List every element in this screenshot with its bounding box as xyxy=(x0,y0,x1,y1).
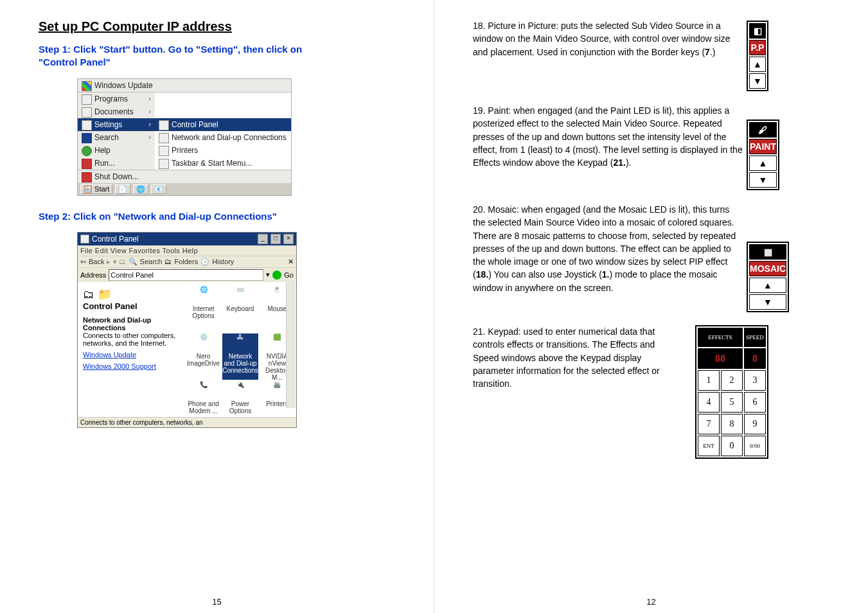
taskbar: 🪟 Start 📄 🌐 📧 xyxy=(78,183,291,195)
startmenu-documents: Documents xyxy=(78,105,155,118)
startmenu-shutdown-label: Shut Down... xyxy=(94,172,139,181)
pip-up-icon: ▲ xyxy=(749,57,766,72)
right-page-number: 12 xyxy=(434,597,868,607)
keypad-display-effects: 88 xyxy=(698,348,743,369)
key-ent: ENT xyxy=(698,436,720,456)
mosaic-up-icon: ▲ xyxy=(749,278,786,293)
startmenu-sub-taskbar: Taskbar & Start Menu... xyxy=(155,157,291,170)
item-20-ref2: 1. xyxy=(602,269,610,280)
paint-widget: 🖌 PAINT ▲ ▼ xyxy=(747,120,779,190)
step2-heading: Step 2: Click on "Network and Dial-up Co… xyxy=(39,210,321,223)
startmenu-shutdown: Shut Down... xyxy=(78,170,291,183)
cp-icon-power-label: Power Options xyxy=(229,400,251,414)
startmenu-sub-printers-label: Printers xyxy=(172,146,198,155)
startmenu-search: Search xyxy=(78,131,155,144)
right-page: 18. Picture in Picture: puts the selecte… xyxy=(434,0,868,613)
keypad-widget: EFFECTSSPEED 888 123 456 789 ENT00/00 xyxy=(695,325,768,459)
item-19: 19. Paint: when engaged (and the Paint L… xyxy=(473,104,849,190)
left-page-number: 15 xyxy=(0,597,434,607)
pip-down-icon: ▼ xyxy=(749,73,766,89)
cp-icon-internet-options: 🌐Internet Options xyxy=(187,286,220,332)
key-2: 2 xyxy=(721,370,743,391)
startmenu-documents-label: Documents xyxy=(94,107,134,116)
startmenu-sub-taskbar-label: Taskbar & Start Menu... xyxy=(172,159,252,168)
back-label: Back xyxy=(89,258,104,265)
cp-side-heading: Network and Dial-up Connections xyxy=(83,316,151,332)
item-19-text: Paint: when engaged (and the Paint LED i… xyxy=(473,105,743,168)
item-18-tail: .) xyxy=(710,47,716,57)
key-5: 5 xyxy=(721,392,743,413)
search-label: Search xyxy=(140,258,163,265)
startmenu-sub-controlpanel-label: Control Panel xyxy=(172,120,218,129)
startmenu-windows-update: Windows Update xyxy=(78,79,291,92)
taskbar-icon-3: 📧 xyxy=(151,184,166,194)
cp-scrollbar xyxy=(286,282,296,408)
item-19-num: 19. xyxy=(473,105,485,116)
figure-start-menu: Windows Update Programs Documents Settin… xyxy=(77,78,292,196)
address-label: Address xyxy=(80,271,106,279)
startmenu-settings-label: Settings xyxy=(94,120,122,129)
go-icon xyxy=(272,271,281,280)
mosaic-icon: ▦ xyxy=(749,244,786,260)
item-19-ref: 21. xyxy=(613,157,625,168)
item-18-text: Picture in Picture: puts the selected Su… xyxy=(473,21,731,57)
key-6: 6 xyxy=(744,392,766,413)
paint-down-icon: ▼ xyxy=(749,172,777,188)
min-icon: _ xyxy=(258,234,268,244)
startmenu-programs-label: Programs xyxy=(94,94,128,103)
left-page: Set up PC Computer IP address Step 1: Cl… xyxy=(0,0,434,613)
pip-label: P.P xyxy=(749,40,766,55)
item-19-tail: ). xyxy=(626,157,632,168)
cp-icon-printers-label: Printers xyxy=(266,400,288,407)
startmenu-sub-network-label: Network and Dial-up Connections xyxy=(172,133,287,142)
cp-side-panel: 🗂 📁 Control Panel Network and Dial-up Co… xyxy=(78,282,184,417)
cp-icon-power: 🔌Power Options xyxy=(222,381,258,427)
cp-addressbar: Address ▾ Go xyxy=(78,268,296,282)
item-20: 20. Mosaic: when engaged (and the Mosaic… xyxy=(473,203,849,312)
folders-icon: 🗂 xyxy=(164,258,172,265)
startmenu-windows-update-label: Windows Update xyxy=(94,81,153,90)
close-icon: × xyxy=(283,234,294,244)
taskbar-icon-2: 🌐 xyxy=(133,184,148,194)
startmenu-sub-controlpanel: Control Panel xyxy=(155,118,291,131)
document-spread: Set up PC Computer IP address Step 1: Cl… xyxy=(0,0,868,613)
cp-side-desc: Connects to other computers, networks, a… xyxy=(83,332,175,347)
cp-toolbar: ⇦Back ▸ ▾ 🗂 🔍Search 🗂Folders 🕓History ✕ xyxy=(78,256,296,268)
startmenu-programs: Programs xyxy=(78,93,155,105)
cp-icon-keyboard-label: Keyboard xyxy=(227,305,254,312)
cp-titlebar: Control Panel _ □ × xyxy=(78,233,296,245)
start-button: 🪟 Start xyxy=(80,184,112,194)
key-9: 9 xyxy=(744,414,766,434)
cp-app-icon xyxy=(80,235,89,244)
address-input xyxy=(109,269,263,281)
item-21-text: Keypad: used to enter numerical data tha… xyxy=(473,326,660,389)
cp-icon-phone-modem: 📞Phone and Modem ... xyxy=(187,381,220,427)
cp-menubar: File Edit View Favorites Tools Help xyxy=(78,245,296,256)
key-doublezero: 0/00 xyxy=(744,436,766,456)
item-21-num: 21. xyxy=(473,326,485,337)
go-label: Go xyxy=(284,271,294,279)
key-1: 1 xyxy=(698,370,720,391)
cp-icon-internet-options-label: Internet Options xyxy=(192,305,214,319)
startmenu-run-label: Run... xyxy=(94,159,115,168)
mosaic-down-icon: ▼ xyxy=(749,294,786,310)
paint-label: PAINT xyxy=(749,139,777,154)
search-icon: 🔍 xyxy=(128,258,137,266)
item-20-mid: ) You can also use Joystick ( xyxy=(488,269,602,280)
keypad-speed-label: SPEED xyxy=(744,328,766,347)
keypad-effects-label: EFFECTS xyxy=(698,328,743,347)
history-label: History xyxy=(212,258,234,265)
key-8: 8 xyxy=(721,414,743,434)
cp-icon-network-label: Network and Dial-up Connections xyxy=(222,353,258,374)
cp-window-title: Control Panel xyxy=(92,235,139,244)
key-3: 3 xyxy=(744,370,766,391)
cp-link-support: Windows 2000 Support xyxy=(83,362,179,370)
startmenu-help-label: Help xyxy=(94,146,111,155)
cp-icon-keyboard: ⌨️Keyboard xyxy=(222,286,258,332)
item-18-num: 18. xyxy=(473,21,485,31)
item-18: 18. Picture in Picture: puts the selecte… xyxy=(473,19,849,91)
key-0: 0 xyxy=(721,436,743,456)
cp-icon-phone-modem-label: Phone and Modem ... xyxy=(188,400,218,414)
startmenu-settings: Settings xyxy=(78,118,155,131)
startmenu-sub-network: Network and Dial-up Connections xyxy=(155,131,291,144)
